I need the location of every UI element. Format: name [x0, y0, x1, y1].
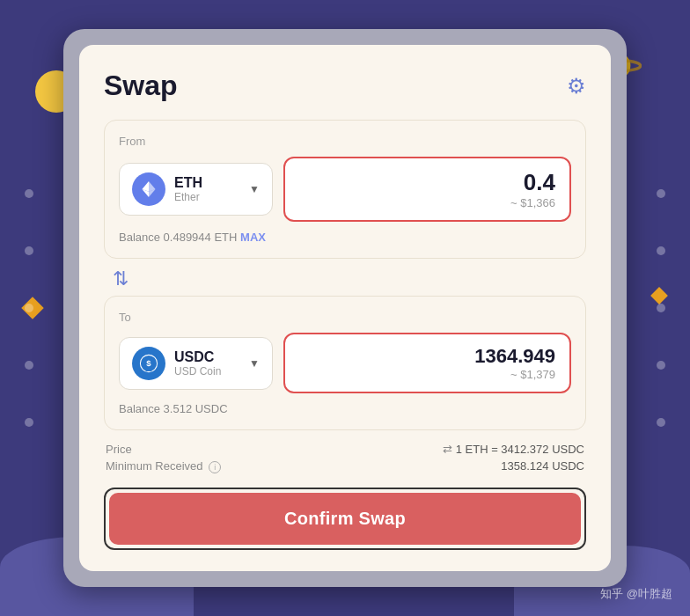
price-row: Price ⇄ 1 ETH = 3412.372 USDC — [106, 443, 584, 456]
to-label: To — [119, 311, 571, 324]
minimum-received-row: Minimum Received i 1358.124 USDC — [106, 459, 584, 473]
from-amount-usd: ~ $1,366 — [299, 196, 555, 209]
watermark: 知乎 @叶胜超 — [600, 586, 672, 602]
confirm-swap-button[interactable]: Confirm Swap — [109, 493, 581, 545]
swap-arrow-row: ⇅ — [107, 262, 586, 296]
to-amount-box: 1364.949 ~ $1,379 — [283, 333, 571, 393]
swap-icon-small: ⇄ — [443, 443, 452, 456]
to-balance-row: Balance 3.512 USDC — [119, 402, 571, 415]
price-value: ⇄ 1 ETH = 3412.372 USDC — [443, 443, 584, 456]
minimum-received-value: 1358.124 USDC — [501, 459, 584, 473]
from-token-symbol: ETH — [174, 175, 202, 191]
info-icon[interactable]: i — [209, 461, 221, 473]
to-token-selector[interactable]: $ USDC USD Coin ▼ — [119, 337, 273, 390]
max-button[interactable]: MAX — [240, 231, 266, 244]
to-balance-text: Balance 3.512 USDC — [119, 402, 228, 415]
from-label: From — [119, 135, 571, 148]
from-token-name: Ether — [174, 191, 202, 203]
to-token-chevron: ▼ — [249, 357, 260, 370]
usdc-icon: $ — [132, 347, 165, 380]
swap-direction-button[interactable]: ⇅ — [107, 268, 134, 290]
price-label: Price — [106, 443, 132, 456]
from-balance-row: Balance 0.489944 ETH MAX — [119, 231, 571, 244]
page-title: Swap — [104, 70, 178, 102]
price-section: Price ⇄ 1 ETH = 3412.372 USDC Minimum Re… — [104, 443, 586, 473]
swap-panel: Swap ⚙ From — [63, 29, 627, 587]
panel-header: Swap ⚙ — [104, 70, 586, 102]
eth-icon — [132, 172, 165, 206]
from-token-info: ETH Ether — [174, 175, 202, 203]
from-amount-value: 0.4 — [299, 169, 555, 196]
to-amount-usd: ~ $1,379 — [299, 368, 555, 381]
to-token-name: USD Coin — [174, 365, 221, 378]
from-token-chevron: ▼ — [249, 183, 260, 195]
from-amount-box[interactable]: 0.4 ~ $1,366 — [283, 157, 571, 222]
confirm-btn-wrapper: Confirm Swap — [104, 488, 586, 550]
to-amount-value: 1364.949 — [299, 345, 555, 368]
to-token-symbol: USDC — [174, 349, 221, 365]
to-token-info: USDC USD Coin — [174, 349, 221, 378]
settings-icon[interactable]: ⚙ — [567, 74, 586, 99]
to-section: To $ USDC USD Coin ▼ — [104, 296, 586, 430]
from-token-selector[interactable]: ETH Ether ▼ — [119, 163, 273, 216]
minimum-received-label: Minimum Received i — [106, 459, 221, 473]
svg-text:$: $ — [146, 358, 151, 368]
from-section: From ETH Ether — [104, 120, 586, 259]
from-balance-text: Balance 0.489944 ETH — [119, 231, 237, 244]
confirm-section: Confirm Swap — [104, 488, 586, 550]
